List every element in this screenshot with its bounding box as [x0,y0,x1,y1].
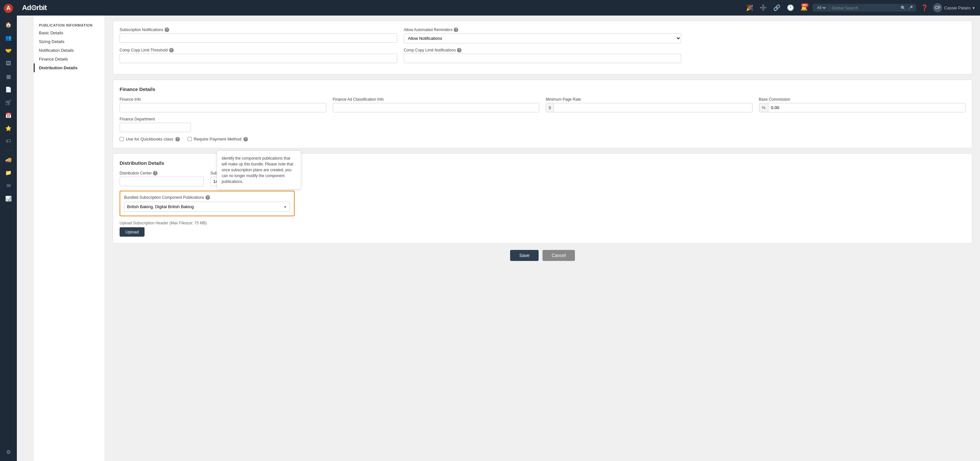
require-payment-checkbox[interactable] [188,137,192,141]
sidebar-item-grid[interactable]: ▦ [3,71,14,82]
distribution-center-label: Distribution Center ? [119,171,204,176]
base-commission-input-wrapper: % [759,103,966,112]
nav-item-finance[interactable]: Finance Details [34,55,105,63]
comp-copy-notifications-help-icon[interactable]: ? [457,48,461,52]
distribution-section-card: Distribution Details Distribution Center… [113,154,972,244]
subscription-notifications-group: Subscription Notifications ? [119,27,397,43]
sidebar: A 🏠 👥 🤝 🖼 ▦ 📄 🛒 📅 ⭐ 🏷 🚚 📁 ✉ 📊 ⚙ [0,0,17,461]
bundled-publications-select[interactable]: British Baking, Digital British Baking [124,202,290,212]
mic-icon[interactable]: 🎤 [908,5,913,10]
app-logo[interactable]: A [3,3,14,14]
require-payment-help-icon[interactable]: ? [243,137,248,141]
finance-info-input[interactable] [119,103,326,112]
finance-info-label: Finance Info [119,97,326,101]
main-wrapper: PUBLICATION INFORMATION Basic Details Si… [34,16,980,461]
nav-item-sizing[interactable]: Sizing Details [34,37,105,46]
footer-buttons: Save Cancel [113,250,972,261]
topbar: Ad⊙rbit 🎉 ➕ 🔗 🕐 🔔 99+ All | 🔍 🎤 ❓ CP Cas… [17,0,980,16]
comp-copy-threshold-input[interactable] [119,54,397,63]
sidebar-item-documents[interactable]: 📄 [3,84,14,95]
subscription-notifications-label: Subscription Notifications ? [119,27,397,32]
comp-copy-notifications-label: Comp Copy Limit Notifications ? [404,48,681,52]
bundled-tooltip: Identify the component publications that… [217,150,301,189]
finance-info-group: Finance Info [119,97,326,112]
sidebar-item-people[interactable]: 👥 [3,32,14,43]
allow-automated-reminders-label: Allow Automated Reminders ? [404,27,681,32]
distribution-center-input[interactable] [119,177,204,186]
allow-automated-reminders-select[interactable]: Allow Notifications Disable Notification… [404,33,681,43]
nav-item-basic[interactable]: Basic Details [34,29,105,37]
finance-row-2: Finance Department [119,117,966,132]
comp-copy-notifications-input[interactable] [404,54,681,63]
left-nav: PUBLICATION INFORMATION Basic Details Si… [34,16,105,461]
svg-text:A: A [6,5,11,11]
finance-ad-class-input[interactable] [333,103,539,112]
nav-item-distribution[interactable]: Distribution Details [34,63,105,72]
sidebar-item-settings[interactable]: ⚙ [3,446,14,458]
upload-button[interactable]: Upload [119,227,145,237]
bundled-select-wrapper: British Baking, Digital British Baking [124,202,290,212]
require-payment-label: Require Payment Method [194,136,242,141]
avatar: CP [933,3,942,12]
comp-copy-threshold-help-icon[interactable]: ? [169,48,174,52]
notification-party-icon[interactable]: 🎉 [745,3,755,13]
allow-automated-reminders-group: Allow Automated Reminders ? Allow Notifi… [404,27,681,43]
base-commission-input[interactable] [768,103,965,112]
finance-ad-class-label: Finance Ad Classification Info [333,97,539,101]
notification-badge: 99+ [801,3,808,7]
sidebar-item-tags[interactable]: 🏷 [3,135,14,147]
sidebar-divider [3,150,13,150]
upload-section: Upload Subscription Header (Max Filesize… [119,221,966,237]
sidebar-item-analytics[interactable]: 📊 [3,193,14,204]
percent-sign-icon: % [759,103,769,112]
sidebar-item-mail[interactable]: ✉ [3,180,14,191]
bell-icon[interactable]: 🔔 99+ [799,3,809,13]
user-menu[interactable]: CP Cassie Pataro ▾ [933,3,975,12]
finance-row-1: Finance Info Finance Ad Classification I… [119,97,966,112]
distribution-row-1: Distribution Center ? Subscr Identify th… [119,171,966,186]
subscription-notifications-input[interactable] [119,33,397,43]
bundled-publications-wrapper: Bundled Subscription Component Publicati… [119,191,294,216]
finance-section-card: Finance Details Finance Info Finance Ad … [113,80,972,148]
base-commission-label: Base Commission [759,97,966,101]
quickbooks-help-icon[interactable]: ? [175,137,180,141]
comp-copy-threshold-label: Comp Copy Limit Threshold ? [119,48,397,52]
app-name: Ad⊙rbit [22,3,47,12]
sidebar-item-cart[interactable]: 🛒 [3,97,14,108]
sidebar-item-deals[interactable]: 🤝 [3,45,14,56]
history-icon[interactable]: 🕐 [785,3,795,13]
search-bar: All | 🔍 🎤 [813,4,916,12]
nav-section-title: PUBLICATION INFORMATION [34,21,105,29]
notification-row-1: Subscription Notifications ? Allow Autom… [119,27,966,43]
subscription-notifications-help-icon[interactable]: ? [165,27,169,32]
finance-dept-group: Finance Department [119,117,191,132]
search-icon[interactable]: 🔍 [900,5,906,10]
allow-automated-reminders-help-icon[interactable]: ? [454,27,458,32]
add-icon[interactable]: ➕ [758,3,768,13]
notification-row-2: Comp Copy Limit Threshold ? Comp Copy Li… [119,48,966,63]
search-scope-select[interactable]: All [816,5,827,10]
search-input[interactable] [832,5,899,10]
sidebar-item-media[interactable]: 🖼 [3,58,14,69]
min-page-rate-input-wrapper: $ [546,103,752,112]
sidebar-item-calendar[interactable]: 📅 [3,109,14,121]
cancel-button[interactable]: Cancel [542,250,575,261]
comp-copy-threshold-group: Comp Copy Limit Threshold ? [119,48,397,63]
sidebar-item-delivery[interactable]: 🚚 [3,154,14,165]
quickbooks-checkbox[interactable] [119,137,124,141]
bundled-publications-label: Bundled Subscription Component Publicati… [124,195,290,200]
help-icon[interactable]: ❓ [920,3,930,13]
sidebar-item-files[interactable]: 📁 [3,167,14,178]
quickbooks-checkbox-row: Use for Quickbooks class ? [119,136,180,141]
distribution-center-help-icon[interactable]: ? [153,171,158,176]
finance-dept-input[interactable] [119,123,191,132]
save-button[interactable]: Save [510,250,539,261]
sidebar-item-home[interactable]: 🏠 [3,19,14,30]
bundled-publications-help-icon[interactable]: ? [205,195,210,200]
min-page-rate-input[interactable] [554,103,752,112]
quickbooks-label: Use for Quickbooks class [126,136,173,141]
link-icon[interactable]: 🔗 [772,3,782,13]
nav-item-notification[interactable]: Notification Details [34,46,105,55]
finance-section-title: Finance Details [119,86,966,92]
sidebar-item-favorites[interactable]: ⭐ [3,122,14,134]
